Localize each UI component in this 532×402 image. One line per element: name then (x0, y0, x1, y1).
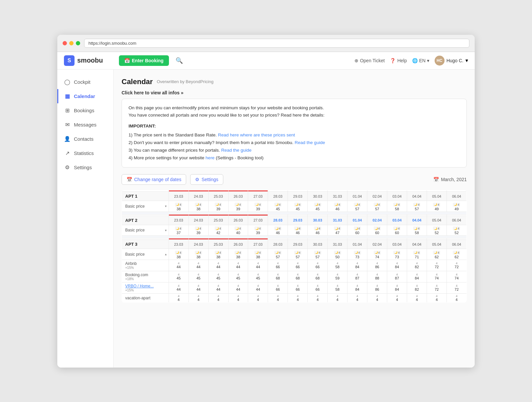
price-cell[interactable]: 487 (387, 271, 407, 282)
price-cell[interactable]: 44 (228, 293, 248, 302)
price-cell[interactable]: 482 (407, 260, 427, 271)
price-cell[interactable]: 🌙462 (447, 249, 466, 260)
price-cell[interactable]: 484 (347, 260, 367, 271)
price-cell[interactable]: 472 (427, 260, 447, 271)
price-cell[interactable]: 44 (188, 293, 208, 302)
price-cell[interactable]: 🌙439 (228, 201, 248, 212)
price-cell[interactable]: 🌙445 (268, 201, 288, 212)
price-cell[interactable]: 🌙442 (208, 225, 228, 236)
price-cell[interactable]: 44 (208, 293, 228, 302)
price-cell[interactable]: 44 (268, 293, 288, 302)
price-cell[interactable]: 🌙460 (367, 225, 387, 236)
price-cell[interactable]: 444 (188, 260, 208, 271)
enter-booking-button[interactable]: 📅 Enter Booking (119, 55, 169, 66)
price-cell[interactable]: 486 (367, 282, 387, 293)
price-cell[interactable]: 🌙439 (208, 201, 228, 212)
point1-link[interactable]: Read here where are these prices sent (218, 132, 295, 137)
price-cell[interactable]: 44 (328, 293, 347, 302)
price-cell[interactable]: 444 (208, 260, 228, 271)
price-cell[interactable]: 44 (288, 293, 308, 302)
price-cell[interactable]: 444 (169, 282, 188, 293)
price-cell[interactable]: 474 (447, 271, 466, 282)
price-cell[interactable]: 🌙457 (367, 201, 387, 212)
price-cell[interactable]: 444 (228, 282, 248, 293)
price-cell[interactable]: 44 (407, 293, 427, 302)
price-cell[interactable]: 444 (208, 282, 228, 293)
price-cell[interactable]: 487 (347, 271, 367, 282)
price-cell[interactable]: 458 (328, 282, 347, 293)
price-cell[interactable]: 🌙473 (387, 249, 407, 260)
price-cell[interactable]: 474 (427, 271, 447, 282)
price-cell[interactable]: 🌙458 (407, 225, 427, 236)
price-cell[interactable]: 🌙457 (308, 249, 328, 260)
minimize-dot[interactable] (69, 41, 74, 45)
price-cell[interactable]: 486 (367, 260, 387, 271)
sidebar-item-bookings[interactable]: ⊞ Bookings (57, 103, 113, 118)
point2-link[interactable]: Read the guide (295, 140, 325, 145)
user-menu[interactable]: HC Hugo C. ▾ (435, 56, 468, 66)
price-cell[interactable]: 🌙438 (169, 201, 188, 212)
price-cell[interactable]: 🌙446 (288, 225, 308, 236)
price-cell[interactable]: 445 (188, 271, 208, 282)
price-cell[interactable]: 459 (328, 271, 347, 282)
sidebar-item-statistics[interactable]: ↗ Statistics (57, 146, 113, 160)
price-cell[interactable]: 🌙452 (427, 225, 447, 236)
price-cell[interactable]: 🌙438 (208, 249, 228, 260)
sidebar-item-cockpit[interactable]: ◯ Cockpit (57, 75, 113, 89)
price-cell[interactable]: 44 (169, 293, 188, 302)
language-selector[interactable]: 🌐 EN ▾ (412, 58, 429, 63)
price-cell[interactable]: 🌙439 (248, 201, 268, 212)
price-cell[interactable]: 445 (228, 271, 248, 282)
price-cell[interactable]: 472 (427, 282, 447, 293)
price-cell[interactable]: 🌙460 (347, 225, 367, 236)
sidebar-item-settings[interactable]: ⚙ Settings (57, 160, 113, 175)
price-cell[interactable]: 🌙452 (447, 225, 466, 236)
price-cell[interactable]: 🌙450 (328, 249, 347, 260)
price-cell[interactable]: 🌙457 (407, 201, 427, 212)
price-cell[interactable]: 444 (248, 260, 268, 271)
price-cell[interactable]: 🌙446 (308, 225, 328, 236)
url-bar[interactable]: https://login.smoobu.com (84, 39, 469, 48)
price-cell[interactable]: 🌙438 (188, 201, 208, 212)
price-cell[interactable]: 🌙438 (169, 249, 188, 260)
settings-button[interactable]: ⚙ Settings (190, 174, 223, 185)
price-cell[interactable]: 🌙440 (228, 225, 248, 236)
price-cell[interactable]: 🌙439 (188, 225, 208, 236)
price-cell[interactable]: 🌙446 (328, 201, 347, 212)
price-cell[interactable]: 445 (169, 271, 188, 282)
price-cell[interactable]: 484 (387, 282, 407, 293)
price-cell[interactable]: 458 (328, 260, 347, 271)
price-cell[interactable]: 466 (308, 282, 328, 293)
price-cell[interactable]: 44 (387, 293, 407, 302)
price-cell[interactable]: 468 (288, 271, 308, 282)
price-cell[interactable]: 44 (347, 293, 367, 302)
price-cell[interactable]: 🌙473 (347, 249, 367, 260)
price-cell[interactable]: 466 (308, 260, 328, 271)
price-cell[interactable]: 466 (268, 260, 288, 271)
price-cell[interactable]: 44 (308, 293, 328, 302)
price-cell[interactable]: 🌙460 (387, 225, 407, 236)
price-cell[interactable]: 🌙457 (288, 249, 308, 260)
price-cell[interactable]: 466 (268, 282, 288, 293)
search-button[interactable]: 🔍 (174, 56, 184, 66)
price-cell[interactable]: 44 (248, 293, 268, 302)
price-cell[interactable]: 🌙438 (188, 249, 208, 260)
price-cell[interactable]: 445 (248, 271, 268, 282)
fullscreen-dot[interactable] (76, 41, 80, 45)
price-cell[interactable]: 444 (169, 260, 188, 271)
sidebar-item-contacts[interactable]: 👤 Contacts (57, 132, 113, 146)
price-cell[interactable]: 466 (288, 282, 308, 293)
price-cell[interactable]: 🌙449 (427, 201, 447, 212)
price-cell[interactable]: 444 (228, 260, 248, 271)
sidebar-item-messages[interactable]: ✉ Messages (57, 118, 113, 132)
close-dot[interactable] (63, 41, 67, 45)
price-cell[interactable]: 🌙447 (328, 225, 347, 236)
point3-link[interactable]: Read the guide (221, 148, 252, 153)
price-cell[interactable]: 484 (407, 271, 427, 282)
price-cell[interactable]: 🌙457 (268, 249, 288, 260)
price-cell[interactable]: 444 (248, 282, 268, 293)
price-cell[interactable]: 484 (387, 260, 407, 271)
price-cell[interactable]: 445 (208, 271, 228, 282)
price-cell[interactable]: 44 (447, 293, 466, 302)
price-cell[interactable]: 🌙457 (347, 201, 367, 212)
